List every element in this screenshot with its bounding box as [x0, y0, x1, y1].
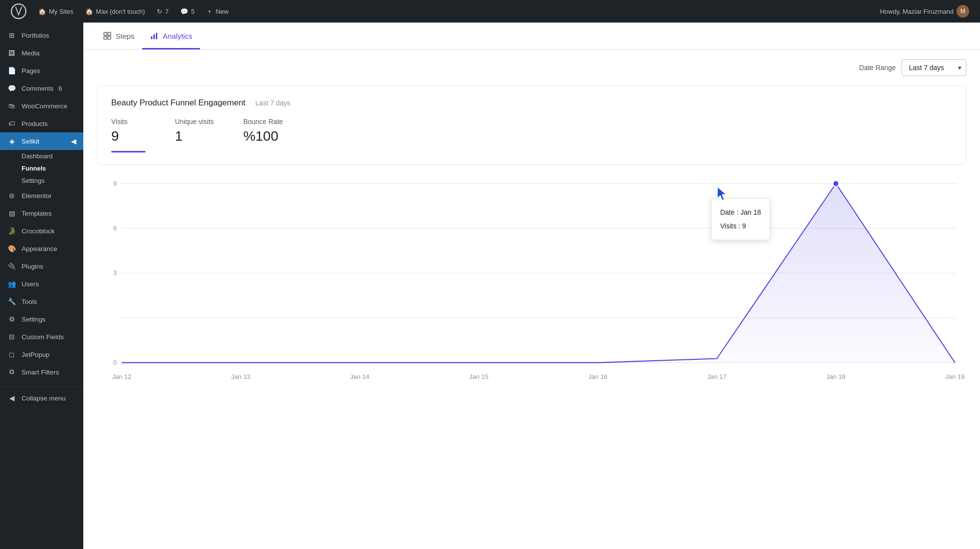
- chart-svg: 9 6 3 0 Jan 1: [97, 178, 966, 384]
- file-icon: 📄: [7, 66, 17, 75]
- sidebar-item-pages[interactable]: 📄 Pages: [0, 62, 83, 79]
- site-name-item[interactable]: 🏠 Max (don't touch): [80, 0, 150, 23]
- sidebar-label-products: Products: [22, 120, 48, 127]
- stats-card: Beauty Product Funnel Engagement Last 7 …: [97, 86, 966, 165]
- sellkit-icon: ◈: [7, 136, 17, 146]
- sidebar-label-jetpopup: JetPopup: [22, 351, 49, 358]
- sidebar-item-settings[interactable]: ⚙ Settings: [0, 310, 83, 328]
- collapse-icon: ◀: [7, 393, 17, 403]
- tab-analytics-label: Analytics: [163, 32, 192, 40]
- svg-text:6: 6: [113, 225, 117, 232]
- fields-icon: ⊟: [7, 332, 17, 342]
- sidebar-label-pages: Pages: [22, 67, 40, 75]
- sidebar-item-jetpopup[interactable]: ◻ JetPopup: [0, 346, 83, 363]
- plugin-icon: 🔌: [7, 261, 17, 271]
- submenu-settings[interactable]: Settings: [22, 175, 83, 187]
- sidebar-label-comments: Comments: [22, 85, 53, 92]
- bag-icon: 🛍: [7, 101, 17, 111]
- sidebar-item-templates[interactable]: ▤ Templates: [0, 204, 83, 222]
- sidebar-item-portfolios[interactable]: ⊞ Portfolios: [0, 26, 83, 44]
- svg-text:3: 3: [113, 269, 117, 276]
- sidebar-item-collapse[interactable]: ◀ Collapse menu: [0, 387, 83, 407]
- submenu-dashboard[interactable]: Dashboard: [22, 150, 83, 162]
- croco-icon: 🐊: [7, 226, 17, 236]
- svg-text:0: 0: [113, 359, 117, 366]
- submenu-funnels[interactable]: Funnels: [22, 162, 83, 175]
- sidebar-item-media[interactable]: 🖼 Media: [0, 44, 83, 62]
- admin-bar-right: Howdy, Maziar Firuzmand M: [875, 0, 974, 23]
- sidebar-label-woocommerce: WooCommerce: [22, 102, 68, 110]
- sidebar-label-smartfilters: Smart Filters: [22, 369, 59, 376]
- comments-icon: 💬: [180, 8, 188, 15]
- sidebar-label-appearance: Appearance: [22, 245, 57, 252]
- sidebar-item-users[interactable]: 👥 Users: [0, 275, 83, 293]
- sidebar-item-products[interactable]: 🏷 Products: [0, 115, 83, 132]
- sidebar-item-comments[interactable]: 💬 Comments 6: [0, 79, 83, 97]
- main-content: Steps Analytics Date Range Last 7 days: [83, 23, 980, 549]
- stat-underline: [111, 151, 146, 152]
- comment-icon: 💬: [7, 83, 17, 93]
- stat-unique: Unique visits 1: [175, 118, 214, 144]
- svg-rect-0: [104, 32, 107, 35]
- sidebar-item-customfields[interactable]: ⊟ Custom Fields: [0, 328, 83, 346]
- template-icon: ▤: [7, 208, 17, 218]
- comments-badge: 6: [58, 85, 62, 92]
- new-item[interactable]: ＋ New: [201, 0, 233, 23]
- updates-item[interactable]: ↻ 7: [152, 0, 173, 23]
- brush-icon: 🎨: [7, 244, 17, 253]
- howdy-item[interactable]: Howdy, Maziar Firuzmand M: [875, 0, 974, 23]
- howdy-text: Howdy, Maziar Firuzmand: [880, 8, 954, 15]
- svg-text:Jan 12: Jan 12: [112, 373, 131, 380]
- sidebar-label-portfolios: Portfolios: [22, 32, 49, 39]
- wp-logo-icon: [11, 3, 26, 19]
- date-range-select[interactable]: Last 7 days Last 30 days Last 90 days: [902, 59, 966, 76]
- sidebar-item-crocoblock[interactable]: 🐊 Crocoblock: [0, 222, 83, 240]
- tab-analytics[interactable]: Analytics: [142, 23, 200, 50]
- chart-datapoint-jan18: [833, 180, 839, 187]
- sidebar-label-customfields: Custom Fields: [22, 333, 64, 341]
- sidebar-label-settings: Settings: [22, 316, 46, 323]
- avatar: M: [956, 5, 969, 18]
- content-area: Steps Analytics Date Range Last 7 days: [83, 23, 980, 549]
- sidebar-item-smartfilters[interactable]: ⧉ Smart Filters: [0, 363, 83, 381]
- wp-logo-item[interactable]: [6, 0, 31, 23]
- stat-unique-value: 1: [175, 128, 214, 144]
- svg-text:Jan 14: Jan 14: [350, 373, 370, 380]
- tabs-bar: Steps Analytics: [83, 23, 980, 50]
- sidebar-label-sellkit: Sellkit: [22, 138, 39, 145]
- sidebar-item-woocommerce[interactable]: 🛍 WooCommerce: [0, 97, 83, 115]
- analytics-icon: [150, 31, 159, 40]
- stats-card-period: Last 7 days: [255, 99, 291, 107]
- chart-container: 9 6 3 0 Jan 1: [97, 178, 966, 384]
- sidebar-item-tools[interactable]: 🔧 Tools: [0, 293, 83, 310]
- sidebar-label-elementor: Elementor: [22, 192, 52, 200]
- svg-text:9: 9: [113, 179, 117, 187]
- sidebar-item-elementor[interactable]: ⊜ Elementor: [0, 187, 83, 204]
- site-name-label: Max (don't touch): [96, 8, 145, 15]
- sidebar-item-plugins[interactable]: 🔌 Plugins: [0, 257, 83, 275]
- updates-icon: ↻: [157, 8, 162, 15]
- sidebar-item-sellkit[interactable]: ◈ Sellkit ◀: [0, 132, 83, 150]
- comments-item[interactable]: 💬 5: [175, 0, 199, 23]
- date-range-label: Date Range: [859, 64, 896, 72]
- sidebar-item-appearance[interactable]: 🎨 Appearance: [0, 240, 83, 257]
- filter-icon: ⧉: [7, 367, 17, 377]
- new-label: New: [216, 8, 228, 15]
- tab-steps[interactable]: Steps: [95, 23, 142, 50]
- home-icon: 🏠: [38, 8, 46, 15]
- gear-icon: ⚙: [7, 314, 17, 324]
- svg-text:Jan 13: Jan 13: [231, 373, 250, 380]
- svg-rect-2: [104, 36, 107, 39]
- wrench-icon: 🔧: [7, 297, 17, 306]
- comments-count: 5: [191, 8, 195, 15]
- my-sites-label: My Sites: [49, 8, 74, 15]
- popup-icon: ◻: [7, 349, 17, 359]
- svg-rect-3: [108, 36, 111, 39]
- svg-rect-6: [156, 33, 157, 39]
- sidebar-label-collapse: Collapse menu: [22, 395, 66, 402]
- analytics-header: Date Range Last 7 days Last 30 days Last…: [83, 50, 980, 86]
- my-sites-item[interactable]: 🏠 My Sites: [33, 0, 78, 23]
- stat-visits-label: Visits: [111, 118, 146, 125]
- tab-steps-label: Steps: [116, 32, 134, 40]
- svg-text:Jan 15: Jan 15: [469, 373, 489, 380]
